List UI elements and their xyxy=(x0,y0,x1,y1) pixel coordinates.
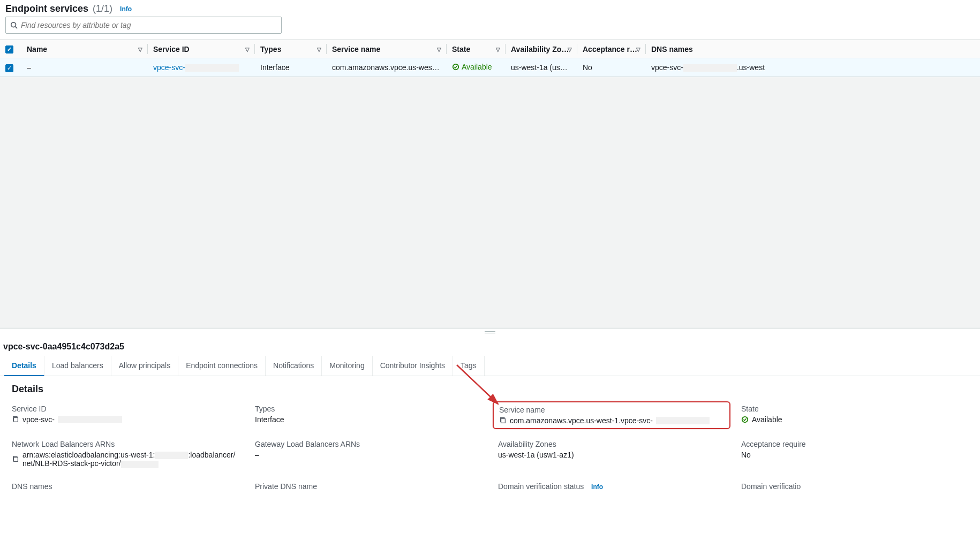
tab-contributor-insights[interactable]: Contributor Insights xyxy=(373,356,453,376)
field-acceptance: Acceptance require No xyxy=(741,440,968,468)
drag-handle-icon xyxy=(485,331,495,334)
highlight-box: Service name com.amazonaws.vpce.us-west-… xyxy=(493,401,730,429)
detail-tabs: Details Load balancers Allow principals … xyxy=(0,356,980,376)
svg-rect-4 xyxy=(14,418,18,422)
col-dns[interactable]: DNS names xyxy=(646,40,980,58)
col-az[interactable]: Availability Zones▽ xyxy=(506,40,577,58)
cell-types: Interface xyxy=(255,58,327,77)
split-drag-handle[interactable] xyxy=(0,328,980,337)
check-circle-icon xyxy=(741,416,749,423)
field-nlb-arns: Network Load Balancers ARNs arn:aws:elas… xyxy=(12,440,239,468)
cell-state: Available xyxy=(447,58,506,77)
endpoint-services-table: ✓ Name▽ Service ID▽ Types▽ Service name▽… xyxy=(0,40,980,77)
detail-title: vpce-svc-0aa4951c4c073d2a5 xyxy=(0,337,980,356)
panel-heading: Details xyxy=(12,384,968,395)
col-service-id[interactable]: Service ID▽ xyxy=(148,40,255,58)
table-row[interactable]: ✓ – vpce-svc- Interface com.amazonaws.vp… xyxy=(0,58,980,77)
tab-allow-principals[interactable]: Allow principals xyxy=(111,356,178,376)
cell-az: us-west-1a (usw1-az1) xyxy=(506,58,577,77)
page-title: Endpoint services xyxy=(5,3,88,14)
details-panel: Details Service ID vpce-svc- Types Inter… xyxy=(0,376,980,500)
col-acceptance[interactable]: Acceptance req…▽ xyxy=(577,40,646,58)
svg-point-0 xyxy=(11,22,16,27)
field-types: Types Interface xyxy=(255,405,482,426)
search-icon xyxy=(10,21,18,29)
field-az: Availability Zones us-west-1a (usw1-az1) xyxy=(498,440,725,468)
tab-tags[interactable]: Tags xyxy=(453,356,485,376)
info-link[interactable]: Info xyxy=(120,5,132,13)
svg-line-1 xyxy=(16,27,18,29)
search-input[interactable] xyxy=(21,21,277,29)
cell-dns: vpce-svc-.us-west xyxy=(646,58,980,77)
col-types[interactable]: Types▽ xyxy=(255,40,327,58)
cell-service-id: vpce-svc- xyxy=(148,58,255,77)
field-private-dns: Private DNS name xyxy=(255,482,482,493)
cell-name: – xyxy=(21,58,148,77)
tab-monitoring[interactable]: Monitoring xyxy=(322,356,372,376)
service-id-link[interactable]: vpce-svc- xyxy=(153,63,239,72)
field-domain-verification: Domain verificatio xyxy=(741,482,968,493)
check-circle-icon xyxy=(452,63,459,71)
field-domain-verification-status: Domain verification status Info xyxy=(498,482,725,493)
field-glb-arns: Gateway Load Balancers ARNs – xyxy=(255,440,482,468)
cell-accept: No xyxy=(577,58,646,77)
row-checkbox[interactable]: ✓ xyxy=(5,64,13,72)
copy-icon[interactable] xyxy=(12,416,19,423)
copy-icon[interactable] xyxy=(499,417,507,424)
field-dns-names: DNS names xyxy=(12,482,239,493)
tab-endpoint-connections[interactable]: Endpoint connections xyxy=(178,356,266,376)
col-service-name[interactable]: Service name▽ xyxy=(327,40,447,58)
tab-details[interactable]: Details xyxy=(4,356,44,376)
search-box[interactable] xyxy=(5,17,282,34)
field-state: State Available xyxy=(741,405,968,426)
svg-rect-7 xyxy=(14,458,18,462)
tab-notifications[interactable]: Notifications xyxy=(266,356,322,376)
field-service-name: Service name com.amazonaws.vpce.us-west-… xyxy=(498,405,725,426)
col-name[interactable]: Name▽ xyxy=(21,40,148,58)
svg-rect-5 xyxy=(501,419,506,423)
select-all-checkbox[interactable]: ✓ xyxy=(5,45,13,54)
cell-service-name: com.amazonaws.vpce.us-west-1.vpce-sv… xyxy=(327,58,447,77)
resource-count: (1/1) xyxy=(93,3,112,14)
field-service-id: Service ID vpce-svc- xyxy=(12,405,239,426)
tab-load-balancers[interactable]: Load balancers xyxy=(44,356,111,376)
info-link[interactable]: Info xyxy=(591,483,603,491)
copy-icon[interactable] xyxy=(12,455,19,463)
col-state[interactable]: State▽ xyxy=(447,40,506,58)
